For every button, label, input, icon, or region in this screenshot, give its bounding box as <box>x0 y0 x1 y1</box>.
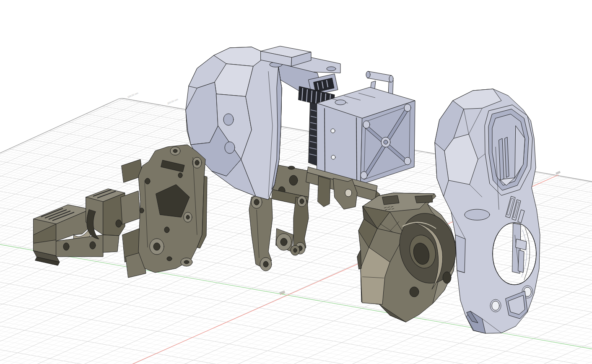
viewport-canvas: 100.00 mm 200.00 mm <box>0 0 592 364</box>
bracket-hole <box>116 220 122 227</box>
core-hole <box>443 272 451 283</box>
box-hole <box>331 155 335 159</box>
cad-viewport: 100.00 mm 200.00 mm <box>0 0 592 364</box>
cowl-hole <box>223 114 234 125</box>
cover-hole <box>492 301 499 310</box>
core-top-slot <box>382 195 399 205</box>
bar-lug <box>318 176 330 207</box>
cowl-hole <box>225 142 235 153</box>
bracket-hole <box>90 242 96 249</box>
core-top-slot <box>415 195 433 203</box>
bar-hole <box>345 189 352 197</box>
box-hole <box>331 129 335 133</box>
oval-indent <box>465 209 490 220</box>
core-hole <box>410 287 419 297</box>
bracket-hole <box>63 243 69 250</box>
